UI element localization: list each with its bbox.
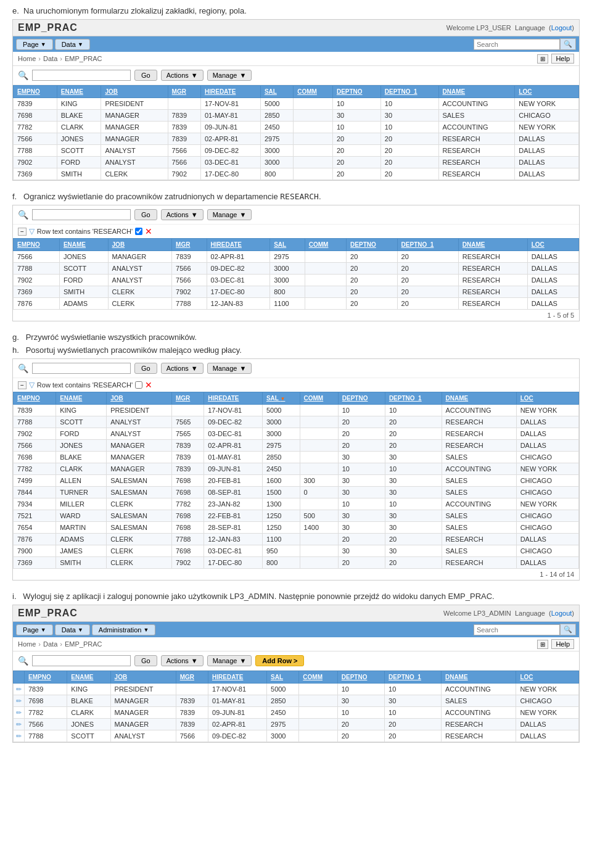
table-row: ✏7566JONESMANAGER783902-APR-8129752020RE…	[14, 719, 579, 730]
col-header-a-deptno_1[interactable]: DEPTNO_1	[385, 671, 442, 684]
filter-toggle-3[interactable]: −	[18, 381, 27, 389]
search-btn-1[interactable]: 🔍	[560, 38, 576, 50]
actions-btn-3[interactable]: Actions ▼	[161, 363, 204, 374]
toolbar-search-input-2[interactable]	[32, 209, 131, 220]
instruction-g: g. Przywróć wyświetlanie wszystkich prac…	[12, 333, 580, 342]
filter-delete-3[interactable]: ✕	[145, 380, 152, 390]
col-header-s-hiredate[interactable]: HIREDATE	[204, 392, 263, 405]
col-header-s-job[interactable]: JOB	[107, 392, 172, 405]
col-header-f-loc[interactable]: LOC	[527, 239, 578, 251]
col-header-comm[interactable]: COMM	[294, 86, 333, 98]
manage-btn-4[interactable]: Manage ▼	[207, 655, 252, 666]
col-header-a-dname[interactable]: DNAME	[441, 671, 516, 684]
go-btn-2[interactable]: Go	[134, 209, 157, 220]
col-header-a-sal[interactable]: SAL	[267, 671, 299, 684]
toolbar-search-input-4[interactable]	[32, 655, 131, 666]
go-btn-4[interactable]: Go	[134, 655, 157, 666]
actions-btn-2[interactable]: Actions ▼	[161, 209, 204, 220]
edit-pencil-cell[interactable]: ✏	[14, 730, 25, 742]
filter-checkbox-3[interactable]	[135, 381, 142, 389]
col-header-f-hiredate[interactable]: HIREDATE	[207, 239, 270, 251]
help-btn-1[interactable]: Help	[551, 54, 574, 64]
search-input-4[interactable]	[474, 624, 560, 635]
col-header-s-loc[interactable]: LOC	[516, 392, 578, 405]
search-btn-4[interactable]: 🔍	[560, 624, 576, 635]
col-header-f-ename[interactable]: ENAME	[59, 239, 108, 251]
go-btn-1[interactable]: Go	[134, 70, 157, 81]
page-menu-btn[interactable]: Page ▼	[16, 39, 53, 50]
col-header-a-loc[interactable]: LOC	[516, 671, 579, 684]
col-header-a-[interactable]	[14, 671, 25, 684]
toolbar-search-input-3[interactable]	[32, 363, 131, 374]
col-header-f-dname[interactable]: DNAME	[458, 239, 527, 251]
col-header-f-deptno[interactable]: DEPTNO	[347, 239, 397, 251]
col-header-s-ename[interactable]: ENAME	[56, 392, 107, 405]
col-header-s-empno[interactable]: EMPNO	[14, 392, 56, 405]
window-icon-btn-4[interactable]: ⊞	[537, 640, 548, 649]
help-btn-4[interactable]: Help	[551, 639, 574, 649]
manage-btn-2[interactable]: Manage ▼	[207, 209, 252, 220]
manage-btn-3[interactable]: Manage ▼	[207, 363, 252, 374]
filter-checkbox-2[interactable]	[135, 228, 142, 235]
window-icon-btn[interactable]: ⊞	[537, 54, 548, 64]
col-header-f-comm[interactable]: COMM	[305, 239, 346, 251]
data-menu-btn-4[interactable]: Data ▼	[55, 624, 90, 635]
col-header-mgr[interactable]: MGR	[168, 86, 200, 98]
col-header-a-hiredate[interactable]: HIREDATE	[208, 671, 267, 684]
col-header-a-job[interactable]: JOB	[110, 671, 176, 684]
col-header-f-empno[interactable]: EMPNO	[14, 239, 60, 251]
col-header-s-dname[interactable]: DNAME	[442, 392, 516, 405]
data-menu-btn[interactable]: Data ▼	[55, 39, 90, 50]
actions-btn-1[interactable]: Actions ▼	[161, 70, 204, 81]
table-row: 7876ADAMSCLERK778812-JAN-8311002020RESEA…	[14, 534, 579, 545]
search-input-1[interactable]	[474, 39, 560, 50]
admin-menu-btn-4[interactable]: Administration ▼	[92, 624, 156, 635]
col-header-a-deptno[interactable]: DEPTNO	[337, 671, 384, 684]
logout-link-1[interactable]: Logout	[551, 24, 572, 31]
logout-link-4[interactable]: Logout	[551, 610, 572, 617]
col-header-s-mgr[interactable]: MGR	[171, 392, 204, 405]
app-container-4: EMP_PRAC Welcome LP3_ADMIN Language (Log…	[12, 605, 580, 743]
search-icon-2: 🔍	[18, 210, 28, 220]
col-header-f-sal[interactable]: SAL	[270, 239, 305, 251]
col-header-f-mgr[interactable]: MGR	[172, 239, 207, 251]
filter-delete-2[interactable]: ✕	[145, 226, 152, 236]
go-btn-3[interactable]: Go	[134, 363, 157, 374]
col-header-s-deptno_1[interactable]: DEPTNO_1	[385, 392, 442, 405]
filter-toggle-2[interactable]: −	[18, 228, 27, 236]
edit-pencil-cell[interactable]: ✏	[14, 695, 25, 707]
col-header-a-mgr[interactable]: MGR	[176, 671, 208, 684]
col-header-a-ename[interactable]: ENAME	[67, 671, 110, 684]
col-header-f-job[interactable]: JOB	[108, 239, 172, 251]
col-header-dname[interactable]: DNAME	[438, 86, 515, 98]
actions-btn-4[interactable]: Actions ▼	[161, 655, 204, 666]
table-header-row-2: EMPNOENAMEJOBMGRHIREDATESALCOMMDEPTNODEP…	[14, 239, 579, 251]
col-header-job[interactable]: JOB	[101, 86, 168, 98]
col-header-sal[interactable]: SAL	[260, 86, 293, 98]
col-header-hiredate[interactable]: HIREDATE	[200, 86, 260, 98]
col-header-s-deptno[interactable]: DEPTNO	[338, 392, 385, 405]
manage-btn-1[interactable]: Manage ▼	[207, 70, 252, 81]
col-header-loc[interactable]: LOC	[515, 86, 579, 98]
col-header-s-comm[interactable]: COMM	[300, 392, 338, 405]
edit-pencil-cell[interactable]: ✏	[14, 684, 25, 695]
instruction-e: e. Na uruchomionym formularzu zlokalizuj…	[12, 6, 580, 15]
app-container-2: 🔍 Go Actions ▼ Manage ▼ − ▽ Row text con…	[12, 205, 580, 321]
toolbar-search-input[interactable]	[32, 70, 131, 81]
col-header-deptno[interactable]: DEPTNO	[332, 86, 380, 98]
instruction-f: f. Ogranicz wyświetlanie do pracowników …	[12, 192, 580, 201]
welcome-text-1: Welcome LP3_USER Language (Logout)	[446, 24, 574, 31]
edit-pencil-cell[interactable]: ✏	[14, 707, 25, 719]
add-row-btn-4[interactable]: Add Row >	[255, 655, 304, 666]
page-menu-btn-4[interactable]: Page ▼	[16, 624, 53, 635]
col-header-a-comm[interactable]: COMM	[299, 671, 337, 684]
edit-pencil-cell[interactable]: ✏	[14, 719, 25, 730]
col-header-f-deptno_1[interactable]: DEPTNO_1	[397, 239, 458, 251]
page-menu-arrow-4: ▼	[41, 627, 46, 633]
col-header-a-empno[interactable]: EMPNO	[25, 671, 67, 684]
col-header-ename[interactable]: ENAME	[57, 86, 101, 98]
col-header-deptno_1[interactable]: DEPTNO_1	[380, 86, 438, 98]
col-header-empno[interactable]: EMPNO	[14, 86, 57, 98]
table-row: 7902FORDANALYST756503-DEC-8130002020RESE…	[14, 428, 579, 440]
col-header-s-sal[interactable]: SAL ▼	[262, 392, 300, 405]
